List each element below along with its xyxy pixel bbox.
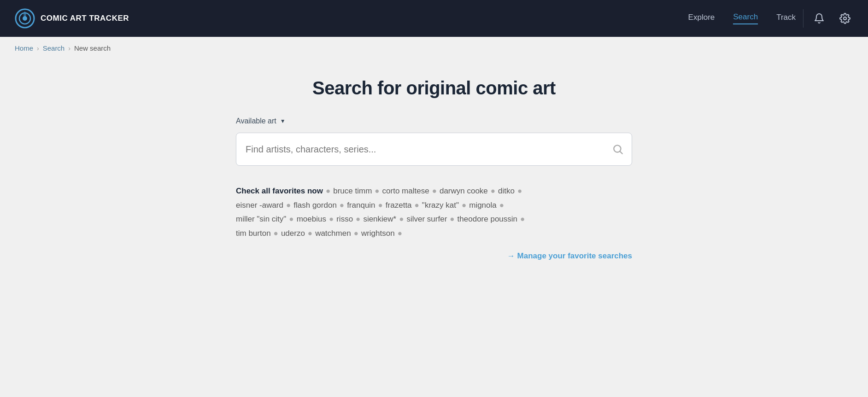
breadcrumb-search[interactable]: Search xyxy=(43,44,65,52)
notification-bell-button[interactable] xyxy=(811,10,827,27)
fav-theodore-poussin[interactable]: theodore poussin xyxy=(457,215,517,223)
fav-risso[interactable]: risso xyxy=(336,215,353,223)
fav-krazy-kat[interactable]: "krazy kat" xyxy=(422,201,459,210)
fav-flash-gordon[interactable]: flash gordon xyxy=(293,201,337,210)
header-icons xyxy=(811,10,853,27)
svg-point-3 xyxy=(844,17,846,20)
manage-favorites-link[interactable]: → Manage your favorite searches xyxy=(236,251,632,261)
fav-wrightson[interactable]: wrightson xyxy=(361,229,395,238)
breadcrumb-sep-1: › xyxy=(37,45,39,52)
fav-frazetta[interactable]: frazetta xyxy=(386,201,412,210)
fav-miller-sin-city[interactable]: miller "sin city" xyxy=(236,215,286,223)
breadcrumb-sep-2: › xyxy=(68,45,70,52)
settings-button[interactable] xyxy=(837,10,853,27)
fav-bruce-timm[interactable]: bruce timm xyxy=(333,187,372,195)
fav-silver-surfer[interactable]: silver surfer xyxy=(406,215,447,223)
breadcrumb-home[interactable]: Home xyxy=(15,44,33,52)
fav-franquin[interactable]: franquin xyxy=(347,201,375,210)
search-submit-button[interactable] xyxy=(612,143,624,155)
breadcrumb-current: New search xyxy=(74,44,111,52)
search-box-wrapper xyxy=(236,133,632,166)
nav-track[interactable]: Track xyxy=(776,13,796,24)
check-all-favorites[interactable]: Check all favorites now xyxy=(236,187,323,195)
main-nav: Explore Search Track xyxy=(688,12,796,24)
gear-icon xyxy=(839,13,850,24)
logo-icon xyxy=(15,8,35,29)
favorites-section: Check all favorites now●bruce timm●corto… xyxy=(236,184,632,240)
fav-watchmen[interactable]: watchmen xyxy=(315,229,351,238)
page-title: Search for original comic art xyxy=(236,78,632,99)
fav-tim-burton[interactable]: tim burton xyxy=(236,229,271,238)
header-divider xyxy=(803,9,803,28)
fav-uderzo[interactable]: uderzo xyxy=(281,229,305,238)
nav-search[interactable]: Search xyxy=(733,12,758,24)
svg-line-5 xyxy=(620,152,622,154)
fav-moebius[interactable]: moebius xyxy=(297,215,326,223)
fav-mignola[interactable]: mignola xyxy=(469,201,497,210)
dropdown-label: Available art xyxy=(236,117,276,125)
fav-corto-maltese[interactable]: corto maltese xyxy=(382,187,429,195)
bell-icon xyxy=(814,13,825,24)
fav-darwyn-cooke[interactable]: darwyn cooke xyxy=(440,187,488,195)
search-input[interactable] xyxy=(236,133,632,166)
search-icon xyxy=(612,143,624,155)
fav-eisner-award[interactable]: eisner -award xyxy=(236,201,283,210)
available-art-dropdown[interactable]: Available art ▼ xyxy=(236,117,286,125)
fav-ditko[interactable]: ditko xyxy=(498,187,515,195)
logo[interactable]: COMiC ART TRACKER xyxy=(15,8,688,29)
fav-sienkiew[interactable]: sienkiew* xyxy=(363,215,396,223)
app-title: COMiC ART TRACKER xyxy=(41,14,129,23)
chevron-down-icon: ▼ xyxy=(280,118,286,124)
nav-explore[interactable]: Explore xyxy=(688,13,715,24)
breadcrumb: Home › Search › New search xyxy=(0,37,868,59)
